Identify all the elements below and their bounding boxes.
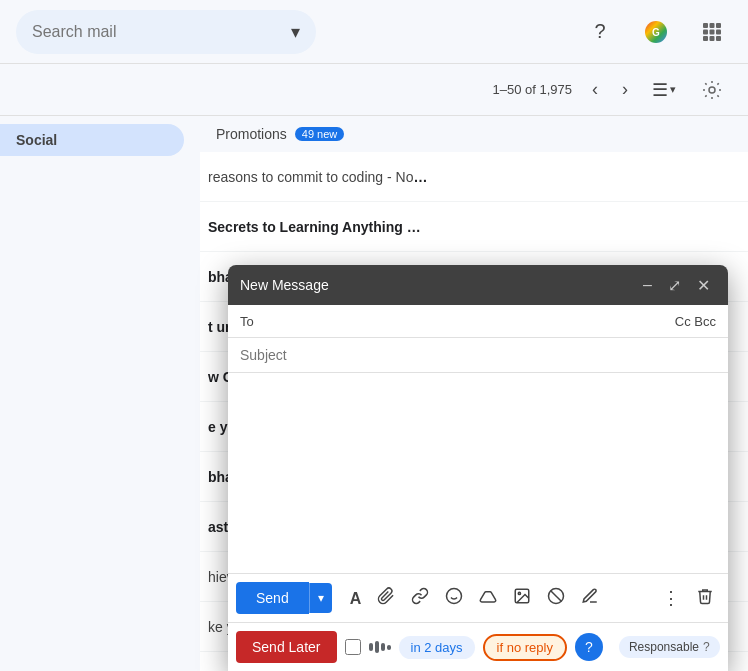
- view-icon: ☰: [652, 79, 668, 101]
- if-no-reply-label: if no reply: [497, 640, 553, 655]
- wave-bar-1: [369, 643, 373, 651]
- profile-icon: G: [644, 20, 668, 44]
- if-no-reply-pill[interactable]: if no reply: [483, 634, 567, 661]
- search-input[interactable]: [32, 23, 291, 41]
- svg-rect-2: [703, 23, 708, 28]
- link-icon: [411, 587, 429, 605]
- compose-window: New Message – ⤢ ✕ To Cc Bcc Send ▾ A: [228, 265, 728, 671]
- svg-point-16: [519, 592, 521, 594]
- drive-button[interactable]: [473, 583, 503, 614]
- compose-header[interactable]: New Message – ⤢ ✕: [228, 265, 728, 305]
- font-icon: A: [350, 590, 362, 607]
- in-2-days-pill[interactable]: in 2 days: [399, 636, 475, 659]
- trash-icon: [696, 587, 714, 605]
- delete-draft-button[interactable]: [690, 583, 720, 614]
- compose-subject-input[interactable]: [240, 347, 716, 363]
- compose-cc-bcc-button[interactable]: Cc Bcc: [675, 314, 716, 329]
- top-bar-left: ▾: [16, 10, 316, 54]
- apps-button[interactable]: [692, 12, 732, 52]
- email-item[interactable]: reasons to commit to coding - Now's: [200, 152, 748, 202]
- view-chevron-icon: ▾: [670, 83, 676, 96]
- promotions-badge: 49 new: [295, 127, 344, 141]
- svg-rect-5: [703, 29, 708, 34]
- attach-file-button[interactable]: [371, 583, 401, 614]
- send-later-checkbox[interactable]: [345, 639, 361, 655]
- wave-indicator: [369, 641, 391, 653]
- signature-button[interactable]: [575, 583, 605, 614]
- svg-rect-9: [710, 36, 715, 41]
- responsable-badge[interactable]: Responsable ?: [619, 636, 720, 658]
- search-chevron[interactable]: ▾: [291, 21, 300, 43]
- send-later-bar: Send Later in 2 days if no reply ? Respo…: [228, 622, 728, 671]
- pagination-text: 1–50 of 1,975: [492, 82, 572, 97]
- block-quote-button[interactable]: [541, 583, 571, 614]
- wave-bar-2: [375, 641, 379, 653]
- help-button[interactable]: ?: [580, 12, 620, 52]
- svg-rect-6: [710, 29, 715, 34]
- emoji-icon: [445, 587, 463, 605]
- insert-link-button[interactable]: [405, 583, 435, 614]
- compose-minimize-button[interactable]: –: [637, 274, 658, 296]
- svg-rect-7: [716, 29, 721, 34]
- apps-grid-icon: [702, 22, 722, 42]
- sidebar-item-social[interactable]: Social: [0, 124, 184, 156]
- font-format-button[interactable]: A: [344, 584, 368, 613]
- signature-icon: [581, 587, 599, 605]
- compose-toolbar: Send ▾ A: [228, 573, 728, 622]
- view-selector-button[interactable]: ☰ ▾: [644, 75, 684, 105]
- email-item[interactable]: Secrets to Learning Anything Faster:: [200, 202, 748, 252]
- top-bar-right: ? G: [580, 12, 732, 52]
- send-btn-group: Send ▾: [236, 582, 332, 614]
- compose-to-input[interactable]: [268, 313, 667, 329]
- attach-icon: [377, 587, 395, 605]
- svg-line-18: [551, 590, 562, 601]
- compose-expand-button[interactable]: ⤢: [662, 274, 687, 297]
- compose-to-row: To Cc Bcc: [228, 305, 728, 338]
- search-bar[interactable]: ▾: [16, 10, 316, 54]
- block-icon: [547, 587, 565, 605]
- svg-text:G: G: [652, 27, 660, 38]
- compose-header-actions: – ⤢ ✕: [637, 274, 716, 297]
- email-sender: Secrets to Learning Anything Faster:: [208, 219, 428, 235]
- promotions-label: Promotions: [216, 126, 287, 142]
- settings-gear-icon: [702, 80, 722, 100]
- compose-body[interactable]: [228, 373, 728, 573]
- compose-title: New Message: [240, 277, 329, 293]
- svg-rect-3: [710, 23, 715, 28]
- settings-button[interactable]: [692, 70, 732, 110]
- svg-rect-4: [716, 23, 721, 28]
- next-page-button[interactable]: ›: [614, 75, 636, 104]
- responsable-label: Responsable: [629, 640, 699, 654]
- top-bar: ▾ ? G: [0, 0, 748, 64]
- send-later-help-button[interactable]: ?: [575, 633, 603, 661]
- profile-button[interactable]: G: [636, 12, 676, 52]
- drive-icon: [479, 587, 497, 605]
- toolbar-row: 1–50 of 1,975 ‹ › ☰ ▾: [0, 64, 748, 116]
- more-options-button[interactable]: ⋮: [656, 583, 686, 613]
- compose-subject-row: [228, 338, 728, 373]
- send-button[interactable]: Send: [236, 582, 309, 614]
- compose-close-button[interactable]: ✕: [691, 274, 716, 297]
- sidebar: Social: [0, 116, 200, 671]
- svg-point-12: [447, 588, 462, 603]
- send-later-button[interactable]: Send Later: [236, 631, 337, 663]
- svg-rect-8: [703, 36, 708, 41]
- promotions-header: Promotions 49 new: [200, 116, 748, 152]
- wave-bar-4: [387, 645, 391, 650]
- send-dropdown-button[interactable]: ▾: [309, 583, 332, 613]
- responsable-help-icon: ?: [703, 640, 710, 654]
- insert-photo-button[interactable]: [507, 583, 537, 614]
- svg-point-11: [709, 87, 715, 93]
- email-sender: reasons to commit to coding - Now's: [208, 169, 428, 185]
- in-2-days-label: in 2 days: [411, 640, 463, 655]
- prev-page-button[interactable]: ‹: [584, 75, 606, 104]
- photo-icon: [513, 587, 531, 605]
- svg-rect-10: [716, 36, 721, 41]
- emoji-button[interactable]: [439, 583, 469, 614]
- compose-to-label: To: [240, 314, 260, 329]
- wave-bar-3: [381, 643, 385, 651]
